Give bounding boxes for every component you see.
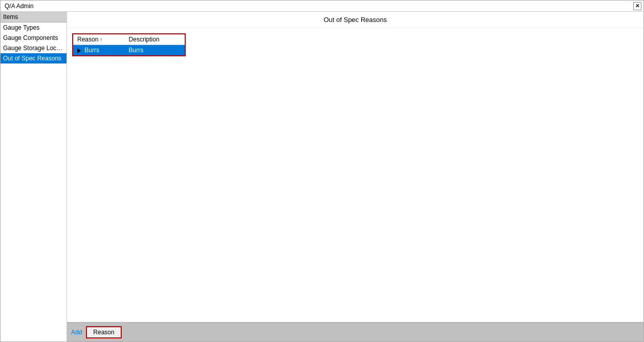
column-header-reason[interactable]: Reason [73,34,125,45]
content-body: Reason Description Burrs Burrs [67,28,643,322]
reason-button[interactable]: Reason [86,326,121,338]
data-table: Reason Description Burrs Burrs [73,34,185,55]
content-footer: Add Reason [67,322,643,341]
add-link[interactable]: Add [71,329,82,336]
sidebar-item-gauge-storage-locations[interactable]: Gauge Storage Locations [1,43,66,53]
column-header-description[interactable]: Description [125,34,185,45]
title-bar: Q/A Admin ✕ [1,1,643,12]
table-row[interactable]: Burrs Burrs [73,45,185,56]
content-area: Out of Spec Reasons Reason Description [67,12,643,341]
sidebar-item-out-of-spec-reasons[interactable]: Out of Spec Reasons [1,53,66,63]
cell-reason: Burrs [73,45,125,56]
reason-value: Burrs [84,47,99,54]
main-area: Items Gauge Types Gauge Components Gauge… [1,12,643,341]
close-button[interactable]: ✕ [633,2,641,10]
content-title: Out of Spec Reasons [67,12,643,28]
sidebar-item-gauge-types[interactable]: Gauge Types [1,23,66,33]
sidebar-header: Items [1,12,66,23]
table-header-row: Reason Description [73,34,185,45]
sidebar: Items Gauge Types Gauge Components Gauge… [1,12,67,341]
cell-description: Burrs [125,45,185,56]
window-title: Q/A Admin [3,3,34,10]
main-window: Q/A Admin ✕ Items Gauge Types Gauge Comp… [0,0,644,342]
sidebar-item-gauge-components[interactable]: Gauge Components [1,33,66,43]
data-table-wrapper: Reason Description Burrs Burrs [72,33,186,56]
row-expander-icon[interactable] [77,48,81,53]
